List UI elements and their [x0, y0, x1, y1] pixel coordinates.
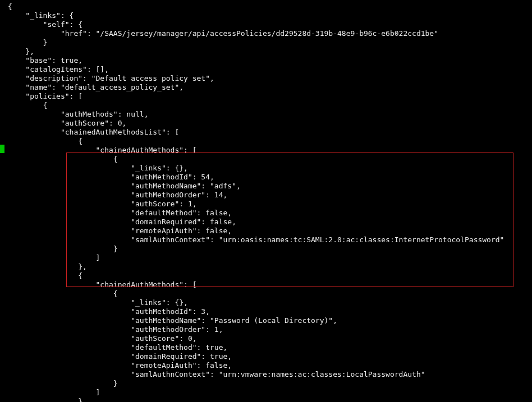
terminal-line: "catalogItems": [],: [0, 65, 532, 74]
terminal-line: ]: [0, 253, 532, 262]
terminal-line: ]: [0, 388, 532, 397]
terminal-line: "chainedAuthMethodsList": [: [0, 128, 532, 137]
terminal-line: "remoteApiAuth": false,: [0, 227, 532, 235]
terminal-line: "domainRequired": false,: [0, 218, 532, 227]
terminal-line: {: [0, 155, 532, 164]
terminal-line: "authScore": 0,: [0, 334, 532, 343]
terminal-line: "defaultMethod": false,: [0, 209, 532, 218]
terminal-line: "_links": {},: [0, 164, 532, 173]
terminal-line: "authMethodOrder": 1,: [0, 325, 532, 334]
terminal-line: {: [0, 289, 532, 298]
terminal-line: "authMethodName": "Password (Local Direc…: [0, 316, 532, 325]
terminal-line: "self": {: [0, 20, 532, 29]
terminal-line: "chainedAuthMethods": [: [0, 146, 532, 155]
terminal-line: },: [0, 397, 532, 402]
terminal-line: "authScore": 1,: [0, 200, 532, 209]
terminal-line: {: [0, 137, 532, 146]
terminal-line: }: [0, 38, 532, 47]
terminal-line: "href": "/SAAS/jersey/manager/api/access…: [0, 29, 532, 38]
terminal-line: "name": "default_access_policy_set",: [0, 83, 532, 92]
terminal-line: "description": "Default access policy se…: [0, 74, 532, 83]
terminal-line: "authMethodOrder": 14,: [0, 191, 532, 200]
terminal-line: {: [0, 271, 532, 280]
terminal-line: "chainedAuthMethods": [: [0, 280, 532, 289]
terminal-line: "_links": {},: [0, 298, 532, 307]
terminal-line: "samlAuthnContext": "urn:vmware:names:ac…: [0, 370, 532, 379]
terminal-line: {: [0, 101, 532, 110]
terminal-line: "_links": {: [0, 11, 532, 20]
terminal-line: "authMethodId": 3,: [0, 307, 532, 316]
terminal-line: }: [0, 379, 532, 388]
terminal-line: "authMethods": null,: [0, 110, 532, 119]
terminal-line: },: [0, 262, 532, 271]
terminal-output: { "_links": { "self": { "href": "/SAAS/j…: [0, 2, 532, 402]
terminal-line: "samlAuthnContext": "urn:oasis:names:tc:…: [0, 235, 532, 244]
terminal-line: "authScore": 0,: [0, 119, 532, 128]
terminal-line: "authMethodId": 54,: [0, 173, 532, 182]
terminal-line: },: [0, 47, 532, 56]
terminal-line: {: [0, 2, 532, 11]
terminal-line: "domainRequired": true,: [0, 352, 532, 361]
terminal-line: "policies": [: [0, 92, 532, 101]
terminal-line: "authMethodName": "adfs",: [0, 182, 532, 191]
terminal-line: "remoteApiAuth": false,: [0, 361, 532, 370]
terminal-line: "defaultMethod": true,: [0, 343, 532, 352]
terminal-cursor: [0, 145, 4, 153]
terminal-line: }: [0, 244, 532, 253]
terminal-screen[interactable]: { "_links": { "self": { "href": "/SAAS/j…: [0, 0, 532, 402]
terminal-line: "base": true,: [0, 56, 532, 65]
